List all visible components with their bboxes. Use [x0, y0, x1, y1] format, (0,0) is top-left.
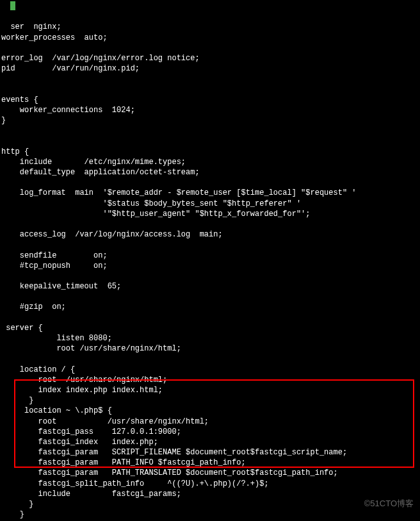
watermark-text: ©51CTO博客: [364, 498, 414, 509]
config-text: ser nginx; worker_processes auto; error_…: [1, 22, 419, 521]
terminal-content: ser nginx; worker_processes auto; error_…: [1, 1, 419, 521]
